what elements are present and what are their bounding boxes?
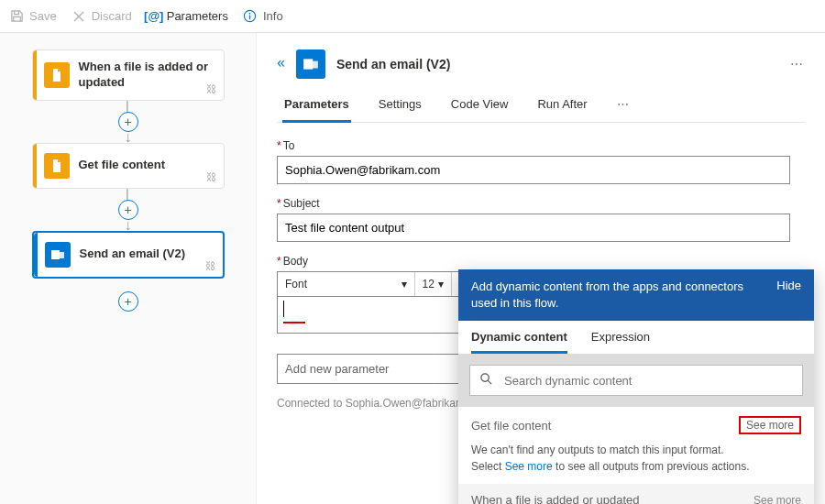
- save-icon: [9, 9, 24, 24]
- tab-dynamic-content[interactable]: Dynamic content: [471, 330, 567, 354]
- panel-title: Send an email (V2): [336, 57, 450, 71]
- section-get-file-content: Get file content: [471, 419, 551, 433]
- info-icon: [243, 9, 258, 24]
- popover-header-text: Add dynamic content from the apps and co…: [471, 279, 767, 312]
- see-more-button[interactable]: See more: [754, 494, 801, 504]
- chevron-down-icon: ▾: [402, 278, 407, 290]
- tab-code-view[interactable]: Code View: [449, 92, 511, 122]
- add-step-button[interactable]: +: [118, 291, 138, 312]
- svg-line-8: [488, 381, 491, 385]
- tab-expression[interactable]: Expression: [591, 330, 650, 354]
- more-icon[interactable]: ⋯: [790, 57, 805, 71]
- info-label: Info: [263, 9, 283, 23]
- svg-rect-6: [311, 61, 318, 69]
- tab-more-icon[interactable]: ⋯: [615, 92, 631, 122]
- parameters-icon: [@]: [147, 9, 161, 24]
- svg-rect-4: [58, 252, 64, 258]
- discard-label: Discard: [92, 9, 132, 23]
- node-get-title: Get file content: [79, 158, 166, 173]
- node-trigger[interactable]: When a file is added or updated ⛓: [32, 49, 225, 101]
- svg-rect-2: [249, 16, 250, 20]
- node-trigger-title: When a file is added or updated: [79, 60, 213, 91]
- to-label: To: [283, 139, 295, 152]
- tab-run-after[interactable]: Run After: [535, 92, 588, 122]
- tab-settings[interactable]: Settings: [377, 92, 424, 122]
- hide-button[interactable]: Hide: [776, 279, 801, 292]
- see-more-button[interactable]: See more: [739, 416, 801, 434]
- rich-toolbar: Font▾ 12▾ B: [277, 271, 477, 297]
- outlook-icon: [45, 242, 71, 268]
- link-icon: ⛓: [206, 83, 216, 94]
- tab-parameters[interactable]: Parameters: [282, 92, 351, 123]
- search-icon: [479, 372, 493, 389]
- link-icon: ⛓: [206, 171, 216, 182]
- node-send-email[interactable]: Send an email (V2) ⛓: [32, 231, 225, 279]
- node-send-title: Send an email (V2): [80, 247, 186, 262]
- font-select[interactable]: Font▾: [278, 272, 415, 296]
- collapse-icon[interactable]: »: [277, 56, 285, 72]
- subject-input[interactable]: [277, 214, 790, 242]
- parameters-button[interactable]: [@] Parameters: [147, 9, 228, 24]
- svg-point-7: [481, 374, 489, 381]
- designer-canvas[interactable]: When a file is added or updated ⛓ │+↓ Ge…: [0, 33, 257, 504]
- chevron-down-icon: ▾: [438, 278, 444, 290]
- subject-label: Subject: [283, 197, 320, 210]
- file-icon: [44, 153, 70, 179]
- save-label: Save: [29, 9, 57, 23]
- outlook-icon: [296, 49, 325, 79]
- file-icon: [44, 62, 70, 88]
- discard-button[interactable]: Discard: [72, 9, 132, 24]
- font-size-select[interactable]: 12▾: [415, 272, 452, 296]
- search-input[interactable]: [469, 365, 803, 396]
- search-field[interactable]: [502, 373, 793, 389]
- to-input[interactable]: [277, 156, 790, 184]
- link-icon: ⛓: [205, 260, 215, 271]
- see-more-link[interactable]: See more: [505, 460, 553, 473]
- info-button[interactable]: Info: [243, 9, 283, 24]
- save-button[interactable]: Save: [9, 9, 57, 24]
- section-message: We can't find any outputs to match this …: [471, 442, 801, 475]
- node-get-content[interactable]: Get file content ⛓: [32, 143, 225, 189]
- svg-point-1: [249, 13, 251, 15]
- body-label: Body: [283, 255, 308, 268]
- close-icon: [72, 9, 86, 24]
- parameters-label: Parameters: [167, 9, 228, 23]
- section-trigger: When a file is added or updated: [471, 493, 640, 504]
- body-editor[interactable]: [277, 297, 477, 334]
- dynamic-content-popover: Add dynamic content from the apps and co…: [458, 269, 814, 504]
